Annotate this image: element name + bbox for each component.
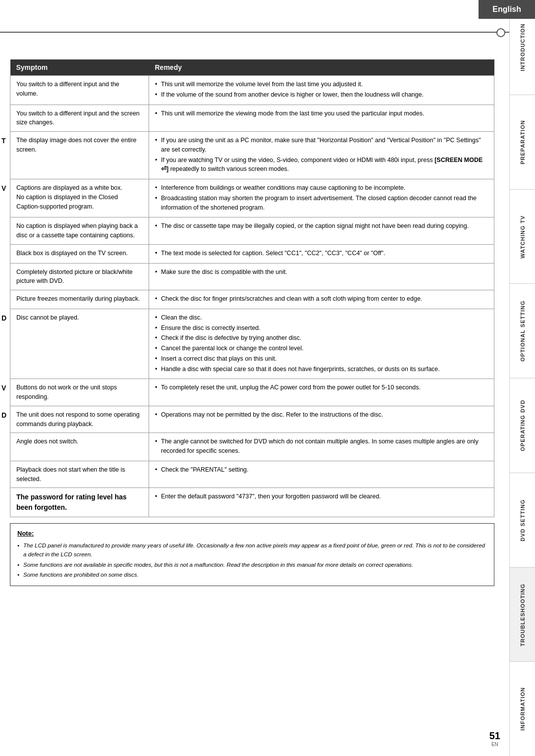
remedy-cell: Make sure the disc is compatible with th… [149, 263, 494, 290]
language-tab: English [479, 0, 535, 19]
nav-optional-setting: OPTIONAL SETTING [510, 283, 535, 378]
symptom-cell-picture-freezes: Picture freezes momentarily during playb… [10, 290, 149, 309]
list-item: Check if the disc is defective by trying… [155, 333, 488, 343]
remedy-cell: Interference from buildings or weather c… [149, 179, 494, 217]
remedy-cell: Check the "PARENTAL" setting. [149, 461, 494, 488]
row-label-D: D [1, 313, 6, 324]
remedy-cell: The disc or cassette tape may be illegal… [149, 217, 494, 245]
table-row: T The display image does not cover the e… [10, 132, 494, 179]
nav-troubleshooting: TROUBLESHOOTING [510, 567, 535, 662]
note-section: Note: The LCD panel is manufactured to p… [10, 523, 494, 586]
symptom-cell: V Captions are displayed as a white box.… [10, 179, 149, 217]
row-label-D2: D [1, 410, 6, 421]
remedy-cell: To completely reset the unit, unplug the… [149, 379, 494, 406]
symptom-cell: You switch to a different input and the … [10, 105, 149, 132]
symptom-cell: D The unit does not respond to some oper… [10, 406, 149, 433]
list-item: The text mode is selected for caption. S… [155, 249, 488, 258]
nav-operating-dvd: OPERATING DVD [510, 378, 535, 473]
remedy-cell: This unit will memorize the volume level… [149, 76, 494, 105]
remedy-cell: Clean the disc. Ensure the disc is corre… [149, 309, 494, 379]
symptom-cell: The password for rating level has been f… [10, 488, 149, 517]
remedy-cell: This unit will memorize the viewing mode… [149, 105, 494, 132]
nav-dvd-setting: DVD SETTING [510, 473, 535, 567]
top-circle [496, 28, 505, 37]
list-item: Check the "PARENTAL" setting. [155, 465, 488, 475]
remedy-cell: Operations may not be permitted by the d… [149, 406, 494, 433]
table-row: The password for rating level has been f… [10, 488, 494, 517]
list-item: This unit will memorize the volume level… [155, 80, 488, 89]
list-item: This unit will memorize the viewing mode… [155, 109, 488, 118]
bold-symptom: The password for rating level has been f… [16, 493, 127, 511]
page-number-area: 51 EN [489, 730, 500, 747]
page-sub: EN [489, 742, 500, 747]
table-row: V Buttons do not work or the unit stops … [10, 379, 494, 406]
note-item: Some functions are prohibited on some di… [17, 570, 487, 579]
list-item: The angle cannot be switched for DVD whi… [155, 437, 488, 456]
symptom-header: Symptom [10, 59, 149, 76]
symptom-cell: Playback does not start when the title i… [10, 461, 149, 488]
symptom-cell: T The display image does not cover the e… [10, 132, 149, 179]
symptom-cell: You switch to a different input and the … [10, 76, 149, 105]
table-row: Angle does not switch. The angle cannot … [10, 433, 494, 461]
list-item: Make sure the disc is compatible with th… [155, 268, 488, 277]
table-row: You switch to a different input and the … [10, 105, 494, 132]
list-item: Cancel the parental lock or change the c… [155, 344, 488, 353]
top-divider [0, 32, 509, 33]
note-title: Note: [17, 530, 34, 537]
remedy-cell: Enter the default password "4737", then … [149, 488, 494, 517]
list-item: If you are watching TV or using the vide… [155, 156, 488, 174]
symptom-cell: Black box is displayed on the TV screen. [10, 244, 149, 263]
note-item: The LCD panel is manufactured to provide… [17, 541, 487, 559]
list-item: Insert a correct disc that plays on this… [155, 354, 488, 364]
table-row: D The unit does not respond to some oper… [10, 406, 494, 433]
remedy-cell: Check the disc for finger prints/scratch… [149, 290, 494, 309]
nav-watching-tv: WATCHING TV [510, 189, 535, 284]
table-row: D Disc cannot be played. Clean the disc.… [10, 309, 494, 379]
list-item: Handle a disc with special care so that … [155, 365, 488, 374]
list-item: Check the disc for finger prints/scratch… [155, 294, 488, 304]
symptom-cell: Completely distorted picture or black/wh… [10, 263, 149, 290]
table-row: You switch to a different input and the … [10, 76, 494, 105]
list-item: Operations may not be permitted by the d… [155, 410, 488, 420]
nav-preparation: PREPARATION [510, 95, 535, 189]
list-item: The disc or cassette tape may be illegal… [155, 221, 488, 231]
row-label-V2: V [1, 383, 6, 393]
right-navigation: INTRODUCTION PREPARATION WATCHING TV OPT… [509, 0, 535, 756]
list-item: To completely reset the unit, unplug the… [155, 383, 488, 392]
table-row: V Captions are displayed as a white box.… [10, 179, 494, 217]
remedy-cell: The angle cannot be switched for DVD whi… [149, 433, 494, 461]
symptom-cell: No caption is displayed when playing bac… [10, 217, 149, 245]
remedy-header: Remedy [149, 59, 494, 76]
list-item: Interference from buildings or weather c… [155, 183, 488, 193]
list-item: If you are using the unit as a PC monito… [155, 136, 488, 155]
page-number: 51 [489, 730, 500, 742]
table-row: No caption is displayed when playing bac… [10, 217, 494, 245]
symptom-cell: V Buttons do not work or the unit stops … [10, 379, 149, 406]
troubleshooting-table: Symptom Remedy You switch to a different… [10, 59, 494, 517]
table-row: Picture freezes momentarily during playb… [10, 290, 494, 309]
table-row: Playback does not start when the title i… [10, 461, 494, 488]
table-row: Black box is displayed on the TV screen.… [10, 244, 494, 263]
row-label-T: T [1, 136, 6, 146]
list-item: Ensure the disc is correctly inserted. [155, 324, 488, 333]
remedy-cell: The text mode is selected for caption. S… [149, 244, 494, 263]
main-content: Symptom Remedy You switch to a different… [0, 40, 509, 756]
list-item: If the volume of the sound from another … [155, 90, 488, 100]
remedy-cell: If you are using the unit as a PC monito… [149, 132, 494, 179]
table-row: Completely distorted picture or black/wh… [10, 263, 494, 290]
row-label-V: V [1, 183, 6, 194]
nav-information: INFORMATION [510, 661, 535, 756]
symptom-cell: Angle does not switch. [10, 433, 149, 461]
note-item: Some functions are not available in spec… [17, 560, 487, 569]
symptom-cell: D Disc cannot be played. [10, 309, 149, 379]
list-item: Broadcasting station may shorten the pro… [155, 194, 488, 213]
list-item: Enter the default password "4737", then … [155, 492, 488, 501]
list-item: Clean the disc. [155, 313, 488, 323]
